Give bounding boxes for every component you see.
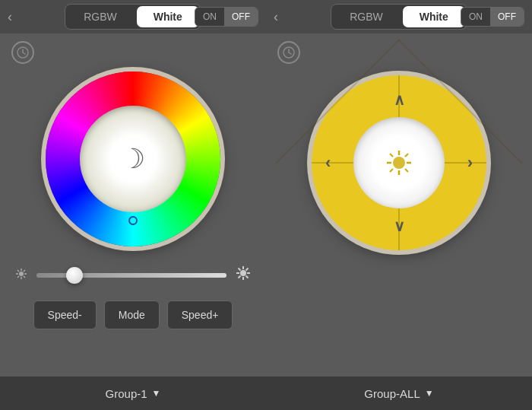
svg-line-17 [239,269,241,271]
right-back-button[interactable]: ‹ [274,9,278,25]
right-group-bar[interactable]: Group-ALL ▼ [266,377,532,410]
moon-icon: ☽ [121,143,145,175]
svg-line-32 [390,169,393,172]
right-panel: ‹ RGBW White ON OFF ∧ ∨ ‹ [266,0,532,410]
left-off-button[interactable]: OFF [224,8,258,26]
left-tab-group: RGBW White [65,4,201,30]
left-on-button[interactable]: ON [195,8,224,26]
left-clock-row [0,33,266,68]
speed-plus-button[interactable]: Speed+ [167,300,233,329]
brightness-min-icon [15,268,27,283]
white-controller-container[interactable]: ∧ ∨ ‹ › [312,72,486,246]
right-top-bar: ‹ RGBW White ON OFF [266,0,532,33]
left-clock-icon[interactable] [11,41,34,64]
right-group-label: Group-ALL [364,387,420,400]
svg-line-23 [289,52,291,54]
brightness-max-icon [236,265,251,285]
mode-button[interactable]: Mode [104,300,160,329]
svg-line-19 [246,269,249,271]
left-on-off-group: ON OFF [195,7,258,27]
mode-buttons-row: Speed- Mode Speed+ [33,300,233,329]
svg-line-30 [405,169,408,172]
right-on-button[interactable]: ON [461,8,490,26]
svg-line-18 [246,276,249,278]
svg-line-11 [17,276,19,278]
left-group-bar[interactable]: Group-1 ▼ [0,377,266,410]
right-tab-white[interactable]: White [403,6,465,27]
right-group-arrow: ▼ [425,388,434,399]
svg-line-10 [24,270,25,272]
svg-point-3 [19,272,24,276]
left-tab-white[interactable]: White [137,6,199,27]
left-group-label: Group-1 [106,387,147,400]
color-temp-warm-button[interactable]: › [467,153,473,173]
color-dot-indicator [128,216,138,225]
color-wheel-outer[interactable]: ☽ [46,72,220,246]
brightness-slider-thumb[interactable] [66,267,83,284]
svg-line-8 [17,270,19,272]
left-back-button[interactable]: ‹ [8,9,12,25]
left-group-arrow: ▼ [152,388,161,399]
color-wheel-container[interactable]: ☽ [46,72,220,246]
brightness-slider-track[interactable] [36,273,226,278]
right-tab-group: RGBW White [331,4,467,30]
svg-line-20 [239,276,241,278]
svg-line-31 [405,154,408,157]
white-controller-wheel[interactable]: ∧ ∨ ‹ › [312,75,486,250]
svg-point-12 [240,270,246,276]
speed-minus-button[interactable]: Speed- [33,300,97,329]
right-off-button[interactable]: OFF [490,8,524,26]
right-on-off-group: ON OFF [461,7,524,27]
svg-point-24 [393,157,405,169]
left-top-bar: ‹ RGBW White ON OFF [0,0,266,33]
svg-line-9 [24,276,25,278]
left-panel: ‹ RGBW White ON OFF ☽ [0,0,266,410]
left-tab-rgbw[interactable]: RGBW [67,6,134,27]
color-temp-cool-button[interactable]: ‹ [325,153,331,173]
color-wheel-inner[interactable]: ☽ [80,106,186,212]
brightness-slider-row [0,254,266,297]
svg-line-2 [23,52,25,54]
sun-center-icon [385,149,413,176]
brightness-down-button[interactable]: ∨ [394,217,405,235]
white-controller-center[interactable] [353,117,445,208]
svg-line-29 [390,154,393,157]
brightness-up-button[interactable]: ∧ [394,91,405,109]
right-clock-icon[interactable] [277,41,300,64]
right-tab-rgbw[interactable]: RGBW [333,6,400,27]
